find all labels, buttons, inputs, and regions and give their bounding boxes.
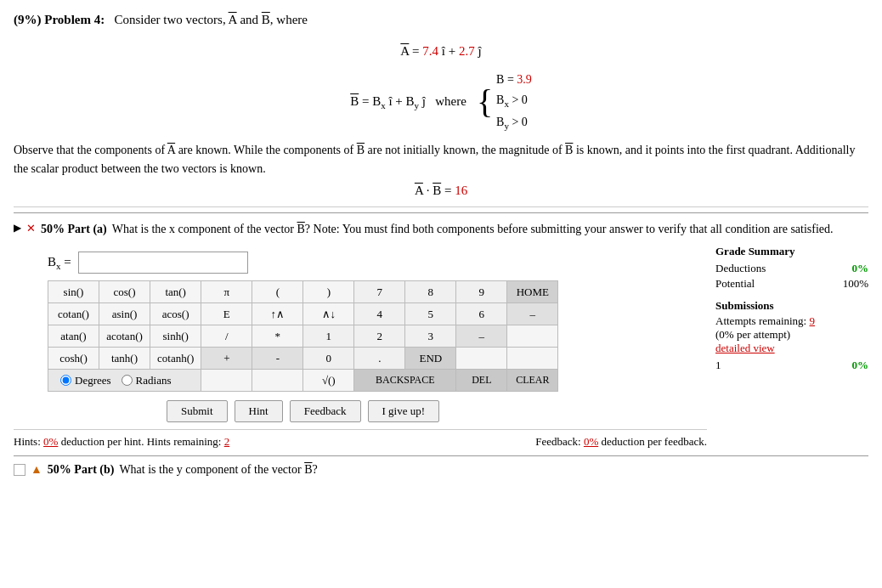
sub-val-1: 0% (852, 359, 869, 372)
calc-2[interactable]: 2 (354, 325, 405, 348)
hints-prefix: Hints: (14, 435, 43, 448)
calc-tan[interactable]: tan() (150, 281, 201, 303)
hint-button[interactable]: Hint (235, 400, 283, 422)
calc-div[interactable]: / (201, 325, 252, 348)
deductions-value: 0% (852, 262, 869, 275)
attempts-number: 9 (809, 314, 815, 327)
brace-system: { B = 3.9 Bx > 0 By > 0 (477, 71, 532, 134)
part-b-section: ▲ 50% Part (b) What is the y component o… (14, 455, 868, 477)
calc-minus2[interactable]: – (456, 325, 507, 348)
per-attempt: (0% per attempt) (715, 328, 868, 342)
calc-mul[interactable]: * (252, 325, 303, 348)
submissions-section: Submissions Attempts remaining: 9 (0% pe… (715, 299, 868, 372)
calc-rparen[interactable]: ) (303, 281, 354, 303)
degrees-radio[interactable] (60, 375, 71, 386)
part-b-square-icon (14, 464, 25, 476)
part-b-triangle-icon: ▲ (31, 463, 42, 477)
submission-table: 1 0% (715, 359, 868, 372)
input-row: Bx = (48, 252, 707, 274)
part-a-question: What is the x component of the vector B?… (112, 220, 834, 238)
calc-e[interactable]: E (201, 303, 252, 325)
calc-asin[interactable]: asin() (99, 303, 150, 325)
feedback-button[interactable]: Feedback (290, 400, 361, 422)
calc-cos[interactable]: cos() (99, 281, 150, 303)
vector-a-values: 7.4 (422, 44, 438, 58)
calc-minus3[interactable]: - (252, 348, 303, 370)
calc-5[interactable]: 5 (405, 303, 456, 325)
calc-uparrow[interactable]: ↑∧ (252, 303, 303, 325)
brace-symbol: { (477, 85, 493, 119)
calc-pi[interactable]: π (201, 281, 252, 303)
calc-acos[interactable]: acos() (150, 303, 201, 325)
calc-home[interactable]: HOME (507, 281, 558, 303)
calc-downarrow[interactable]: ∧↓ (303, 303, 354, 325)
grade-title: Grade Summary (715, 245, 868, 258)
problem-header: (9%) Problem 4: Consider two vectors, A … (14, 10, 868, 30)
section-divider (14, 206, 868, 207)
give-up-button[interactable]: I give up! (368, 400, 440, 422)
calc-cosh[interactable]: cosh() (48, 348, 99, 370)
detailed-view-link[interactable]: detailed view (715, 342, 775, 354)
radians-radio-label[interactable]: Radians (122, 374, 172, 387)
deductions-label: Deductions (715, 262, 766, 275)
calc-0[interactable]: 0 (303, 348, 354, 370)
hints-right: Feedback: 0% deduction per feedback. (535, 435, 707, 449)
calc-1[interactable]: 1 (303, 325, 354, 348)
part-a-header: ▶ ✕ 50% Part (a) What is the x component… (14, 220, 868, 238)
feedback-prefix: Feedback: (535, 435, 584, 448)
potential-value: 100% (843, 277, 868, 291)
input-label: Bx = (48, 255, 71, 271)
action-buttons: Submit Hint Feedback I give up! (167, 400, 707, 422)
calc-8[interactable]: 8 (405, 281, 456, 303)
calc-tanh[interactable]: tanh() (99, 348, 150, 370)
vector-b-equation: B = Bx î + By ĵ where (350, 94, 466, 110)
angle-mode-selector: Degrees Radians (60, 374, 194, 387)
calc-6[interactable]: 6 (456, 303, 507, 325)
potential-label: Potential (715, 277, 755, 291)
calc-acotan[interactable]: acotan() (99, 325, 150, 348)
calc-cotan[interactable]: cotan() (48, 303, 99, 325)
calc-del[interactable]: DEL (456, 370, 507, 392)
calc-sinh[interactable]: sinh() (150, 325, 201, 348)
part-a-label: 50% Part (a) (41, 220, 107, 238)
part-a-section: ▶ ✕ 50% Part (a) What is the x component… (14, 212, 868, 449)
calc-end[interactable]: END (405, 348, 456, 370)
calc-lparen[interactable]: ( (252, 281, 303, 303)
calc-dot[interactable]: . (354, 348, 405, 370)
part-b-question: What is the y component of the vector B? (119, 463, 317, 477)
potential-row: Potential 100% (715, 277, 868, 291)
calc-table: sin() cos() tan() π ( ) 7 8 9 HOME (48, 280, 558, 392)
hints-remaining[interactable]: 2 (224, 435, 230, 448)
calc-minus1[interactable]: – (507, 303, 558, 325)
sub-row-1: 1 0% (715, 359, 868, 372)
calc-4[interactable]: 4 (354, 303, 405, 325)
dot-product-equation: A · B = 16 (14, 184, 868, 198)
hints-text: deduction per hint. Hints remaining: (58, 435, 223, 448)
calc-sqrt[interactable]: √() (303, 370, 354, 392)
observe-text: Observe that the components of A are kno… (14, 141, 868, 179)
problem-number: (9%) Problem 4: (14, 13, 105, 26)
feedback-text: deduction per feedback. (598, 435, 707, 448)
brace-by-value: By > 0 (496, 113, 532, 133)
left-content: Bx = sin() cos() tan() π ( ) 7 (14, 245, 707, 449)
hints-percent: 0% (43, 435, 58, 448)
submit-button[interactable]: Submit (167, 400, 228, 422)
grade-summary: Grade Summary Deductions 0% Potential 10… (715, 245, 868, 449)
calc-9[interactable]: 9 (456, 281, 507, 303)
calc-3[interactable]: 3 (405, 325, 456, 348)
answer-input[interactable] (78, 252, 248, 274)
calc-backspace[interactable]: BACKSPACE (354, 370, 456, 392)
calc-sin[interactable]: sin() (48, 281, 99, 303)
calc-7[interactable]: 7 (354, 281, 405, 303)
part-b-label: 50% Part (b) (48, 463, 115, 477)
calc-cotanh[interactable]: cotanh() (150, 348, 201, 370)
degrees-radio-label[interactable]: Degrees (60, 374, 111, 387)
vector-b-block: B = Bx î + By ĵ where { B = 3.9 Bx > 0 B… (14, 71, 868, 134)
calc-atan[interactable]: atan() (48, 325, 99, 348)
calc-plus[interactable]: + (201, 348, 252, 370)
radians-radio[interactable] (122, 375, 133, 386)
part-a-arrow-icon: ▶ (14, 220, 21, 235)
part-a-x-icon: ✕ (26, 220, 36, 237)
sub-num-1: 1 (715, 359, 721, 372)
calc-clear[interactable]: CLEAR (507, 370, 558, 392)
